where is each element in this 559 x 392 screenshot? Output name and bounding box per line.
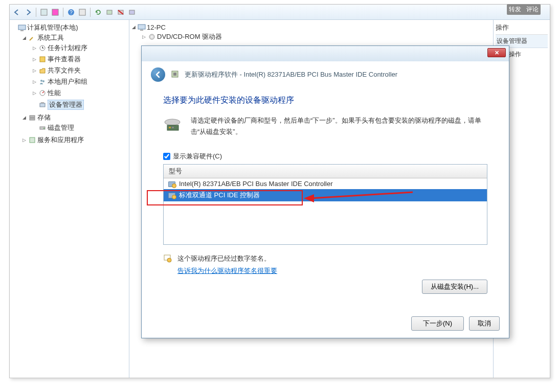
driver-update-dialog: ✕ 更新驱动程序软件 - Intel(R) 82371AB/EB PCI Bus… — [141, 45, 509, 338]
disk-mgmt-label: 磁盘管理 — [48, 123, 74, 132]
nav-fwd-icon[interactable] — [23, 7, 33, 17]
svg-rect-17 — [41, 102, 44, 103]
toolbar-icon-5[interactable] — [116, 7, 126, 17]
close-button[interactable]: ✕ — [487, 48, 506, 57]
svg-point-21 — [43, 128, 44, 129]
show-compatible-checkbox[interactable]: 显示兼容硬件(C) — [163, 152, 487, 161]
svg-rect-9 — [18, 25, 26, 30]
svg-rect-12 — [40, 57, 45, 62]
svg-rect-32 — [172, 127, 174, 128]
perf-icon — [38, 89, 47, 97]
svg-rect-28 — [173, 73, 176, 76]
device-manager-label: 设备管理器 — [48, 100, 84, 110]
performance-label: 性能 — [48, 88, 61, 98]
model-header[interactable]: 型号 — [164, 165, 487, 178]
comment-link[interactable]: 评论 — [526, 5, 539, 14]
model-list: 型号 Intel(R) 82371AB/EB PCI Bus Master ID… — [163, 164, 487, 245]
svg-point-34 — [167, 258, 171, 262]
local-users-label: 本地用户和组 — [48, 77, 87, 86]
device-tree-pc[interactable]: ◢ 12-PC — [130, 23, 492, 31]
help-icon[interactable]: ? — [66, 7, 76, 17]
tree-system-tools[interactable]: ◢ 系统工具 — [21, 33, 128, 42]
svg-rect-18 — [30, 116, 35, 118]
signed-link[interactable]: 告诉我为什么驱动程序签名很重要 — [177, 266, 277, 275]
forward-link[interactable]: 转发 — [509, 5, 521, 14]
svg-text:?: ? — [70, 10, 73, 15]
cancel-button[interactable]: 取消 — [469, 316, 500, 331]
tree-root-label: 计算机管理(本地) — [27, 23, 78, 32]
expand-icon[interactable]: ▷ — [31, 56, 37, 62]
clock-icon — [38, 44, 47, 52]
model-0-label: Intel(R) 82371AB/EB PCI Bus Master IDE C… — [179, 180, 333, 188]
toolbar-icon-4[interactable] — [104, 7, 115, 17]
toolbar-icon-1[interactable] — [39, 7, 49, 17]
svg-point-14 — [42, 80, 44, 82]
svg-rect-1 — [52, 9, 58, 15]
svg-rect-31 — [169, 127, 171, 128]
compatible-checkbox-input[interactable] — [163, 153, 170, 160]
storage-icon — [28, 113, 36, 122]
tree-root[interactable]: 计算机管理(本地) — [11, 23, 128, 32]
collapse-icon[interactable]: ◢ — [21, 35, 27, 41]
driver-chip-icon — [170, 70, 180, 80]
expand-icon[interactable]: ▷ — [31, 67, 37, 74]
tree-task-scheduler[interactable]: ▷ 任务计划程序 — [31, 43, 128, 53]
tree-storage[interactable]: ◢ 存储 — [21, 113, 128, 122]
services-apps-label: 服务和应用程序 — [37, 135, 84, 145]
pc-icon — [138, 23, 146, 31]
tree-performance[interactable]: ▷ 性能 — [31, 88, 128, 98]
dialog-titlebar[interactable]: ✕ — [142, 46, 509, 61]
toolbar: ? — [10, 5, 550, 20]
expand-icon[interactable]: ▷ — [31, 45, 37, 51]
shared-folders-label: 共享文件夹 — [48, 66, 81, 75]
event-icon — [38, 55, 47, 63]
toolbar-icon-2[interactable] — [50, 7, 60, 17]
device-mgr-icon — [38, 101, 47, 109]
dvd-label: DVD/CD-ROM 驱动器 — [157, 32, 222, 41]
expand-icon[interactable]: ▷ — [31, 79, 37, 85]
signed-driver-icon — [168, 192, 176, 199]
svg-rect-5 — [107, 10, 112, 14]
svg-rect-8 — [129, 10, 135, 14]
model-1-label: 标准双通道 PCI IDE 控制器 — [179, 191, 260, 200]
hardware-icon — [163, 115, 184, 133]
collapse-icon[interactable]: ◢ — [130, 24, 137, 30]
tree-disk-mgmt[interactable]: 磁盘管理 — [31, 123, 128, 132]
dialog-title: 更新驱动程序软件 - Intel(R) 82371AB/EB PCI Bus M… — [185, 70, 397, 79]
expand-icon[interactable]: ▷ — [141, 34, 147, 40]
actions-header: 操作 — [496, 22, 548, 35]
svg-rect-4 — [79, 9, 85, 15]
refresh-icon[interactable] — [93, 7, 103, 17]
left-tree-panel: 计算机管理(本地) ◢ 系统工具 — [10, 20, 129, 378]
disk-install-button[interactable]: 从磁盘安装(H)... — [422, 280, 487, 294]
tree-shared-folders[interactable]: ▷ 共享文件夹 — [31, 66, 128, 75]
pc-label: 12-PC — [147, 24, 166, 31]
model-item-standard[interactable]: 标准双通道 PCI IDE 控制器 — [164, 189, 487, 201]
svg-point-26 — [151, 36, 153, 38]
collapse-icon[interactable]: ◢ — [21, 114, 27, 121]
tree-local-users[interactable]: ▷ 本地用户和组 — [31, 77, 128, 86]
toolbar-icon-3[interactable] — [77, 7, 87, 17]
top-overlay: 转发 评论 — [507, 4, 541, 15]
dvd-icon — [148, 33, 156, 41]
disk-icon — [38, 124, 47, 132]
certificate-icon — [163, 254, 172, 263]
device-tree-dvd[interactable]: ▷ DVD/CD-ROM 驱动器 — [141, 32, 492, 41]
back-button[interactable] — [151, 67, 165, 82]
collapse-icon[interactable] — [11, 25, 17, 31]
expand-icon[interactable]: ▷ — [31, 90, 37, 96]
shared-folder-icon — [38, 66, 47, 75]
model-item-intel[interactable]: Intel(R) 82371AB/EB PCI Bus Master IDE C… — [164, 178, 487, 189]
tree-services-apps[interactable]: ▷ 服务和应用程序 — [21, 135, 128, 145]
task-scheduler-label: 任务计划程序 — [48, 43, 87, 53]
storage-label: 存储 — [37, 113, 51, 122]
nav-back-icon[interactable] — [12, 7, 22, 17]
svg-rect-10 — [20, 30, 24, 31]
next-button[interactable]: 下一步(N) — [411, 316, 464, 331]
tree-device-manager[interactable]: 设备管理器 — [31, 100, 128, 110]
tree-event-viewer[interactable]: ▷ 事件查看器 — [31, 55, 128, 64]
expand-icon[interactable]: ▷ — [21, 137, 27, 143]
svg-rect-19 — [30, 118, 35, 120]
toolbar-icon-6[interactable] — [127, 7, 137, 17]
compatible-label: 显示兼容硬件(C) — [173, 152, 222, 161]
